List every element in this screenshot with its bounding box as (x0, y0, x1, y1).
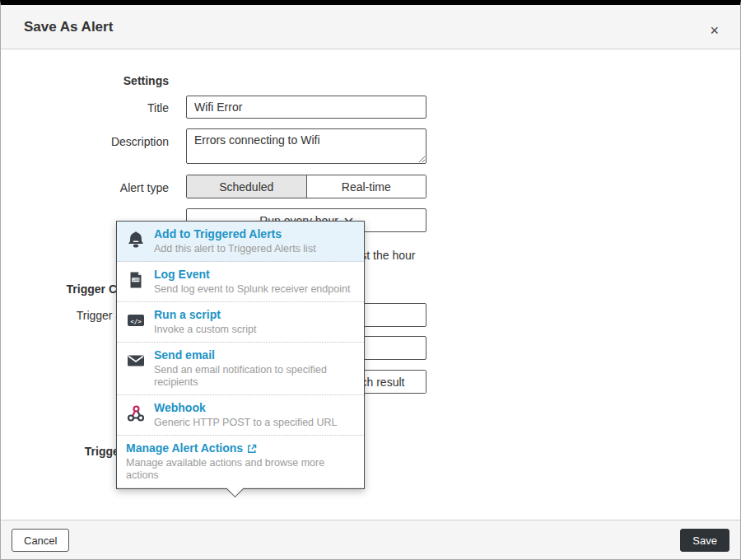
alert-type-toggle: Scheduled Real-time (186, 175, 426, 198)
menu-item-run-a-script[interactable]: </> Run a script Invoke a custom script (117, 302, 364, 343)
menu-item-add-to-triggered-alerts[interactable]: Add to Triggered Alerts Add this alert t… (117, 222, 364, 262)
settings-section-label: Settings (1, 74, 169, 87)
svg-text:LOG: LOG (133, 278, 139, 282)
title-label: Title (1, 101, 169, 114)
bell-icon (126, 230, 146, 250)
menu-item-log-event[interactable]: LOG Log Event Send log event to Splunk r… (117, 262, 364, 302)
description-label: Description (1, 135, 169, 148)
webhook-icon (126, 404, 146, 423)
close-icon[interactable]: × (710, 23, 719, 38)
alert-type-label: Alert type (1, 181, 169, 194)
menu-item-description: Manage available actions and browse more… (126, 457, 355, 482)
dialog-body: Settings Title Description Errors connec… (1, 49, 740, 520)
menu-item-description: Generic HTTP POST to a specified URL (154, 417, 338, 429)
menu-item-text: Send email Send an email notification to… (154, 348, 355, 389)
menu-item-send-email[interactable]: Send email Send an email notification to… (117, 343, 364, 395)
code-script-icon: </> (126, 310, 146, 330)
menu-item-title: Send email (154, 348, 355, 362)
svg-text:</>: </> (130, 318, 142, 325)
envelope-icon (126, 351, 146, 371)
alert-type-scheduled-button[interactable]: Scheduled (187, 175, 306, 198)
menu-item-title: Log Event (154, 268, 350, 282)
menu-item-title: Run a script (154, 308, 256, 322)
log-file-icon: LOG (126, 270, 146, 290)
description-input[interactable]: Errors connecting to Wifi (186, 128, 426, 164)
save-button[interactable]: Save (680, 529, 729, 552)
menu-item-description: Send an email notification to specified … (154, 364, 355, 389)
dialog-header: Save As Alert (1, 5, 740, 49)
menu-item-manage-alert-actions[interactable]: Manage Alert Actions Manage available ac… (117, 436, 364, 488)
menu-item-title: Add to Triggered Alerts (154, 227, 316, 241)
menu-item-title: Webhook (154, 401, 338, 415)
menu-item-text: Add to Triggered Alerts Add this alert t… (154, 227, 316, 255)
menu-item-text: Manage Alert Actions Manage available ac… (126, 441, 355, 482)
save-as-alert-dialog: Save As Alert × Settings Title Descripti… (0, 0, 741, 560)
alert-actions-menu: Add to Triggered Alerts Add this alert t… (116, 221, 365, 489)
alert-type-realtime-button[interactable]: Real-time (306, 175, 426, 198)
menu-item-title: Manage Alert Actions (126, 441, 355, 455)
cancel-button[interactable]: Cancel (12, 529, 69, 552)
menu-item-text: Webhook Generic HTTP POST to a specified… (154, 401, 338, 429)
menu-item-title-text: Manage Alert Actions (126, 441, 243, 455)
menu-item-description: Add this alert to Triggered Alerts list (154, 243, 316, 255)
menu-item-description: Send log event to Splunk receiver endpoi… (154, 283, 350, 296)
dialog-footer: Cancel Save (1, 520, 740, 559)
menu-item-text: Run a script Invoke a custom script (154, 308, 256, 336)
menu-item-text: Log Event Send log event to Splunk recei… (154, 268, 350, 296)
dialog-title: Save As Alert (24, 19, 113, 35)
menu-item-description: Invoke a custom script (154, 324, 256, 336)
external-link-icon (247, 444, 257, 454)
title-input[interactable] (186, 96, 426, 119)
menu-item-webhook[interactable]: Webhook Generic HTTP POST to a specified… (117, 395, 364, 436)
